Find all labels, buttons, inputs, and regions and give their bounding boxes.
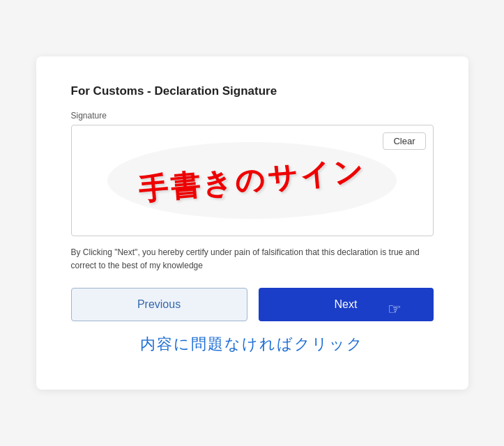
form-card: For Customs - Declaration Signature Sign… xyxy=(36,56,468,390)
disclaimer-text: By Clicking "Next", you hereby certify u… xyxy=(71,246,434,272)
cursor-icon: ☞ xyxy=(388,300,402,318)
next-button-label: Next xyxy=(335,298,358,310)
page-title: For Customs - Declaration Signature xyxy=(71,84,434,98)
previous-button[interactable]: Previous xyxy=(71,288,247,321)
signature-label: Signature xyxy=(71,111,434,121)
button-row: Previous Next ☞ xyxy=(71,288,434,321)
clear-button[interactable]: Clear xyxy=(383,132,425,150)
next-button[interactable]: Next ☞ xyxy=(259,288,434,321)
annotation-text: 内容に問題なければクリック xyxy=(71,334,434,355)
signature-box[interactable]: 手書きのサイン Clear xyxy=(71,125,434,236)
